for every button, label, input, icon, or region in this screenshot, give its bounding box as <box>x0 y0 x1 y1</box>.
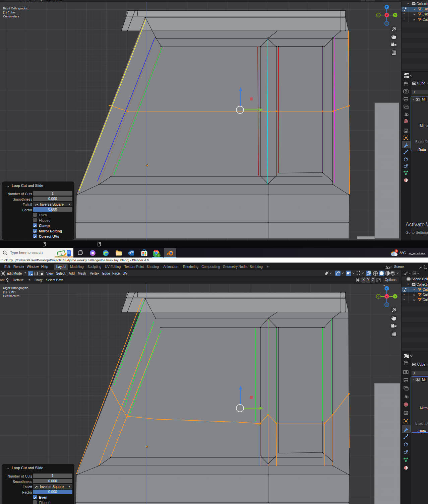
svg-text:Centimeters: Centimeters <box>3 294 19 298</box>
svg-text:Y: Y <box>394 14 396 17</box>
svg-text:Centimeters: Centimeters <box>3 15 19 18</box>
svg-text:Z: Z <box>386 287 388 290</box>
svg-text:Z: Z <box>386 6 388 9</box>
svg-text:(1) Cube: (1) Cube <box>3 11 15 14</box>
svg-text:b: b <box>158 254 159 257</box>
svg-text:1: 1 <box>395 249 397 253</box>
svg-text:Right Orthographic: Right Orthographic <box>3 286 28 290</box>
svg-text:X: X <box>386 14 388 17</box>
svg-text:(1) Cube: (1) Cube <box>3 290 15 294</box>
svg-text:Right Orthographic: Right Orthographic <box>3 7 28 10</box>
svg-text:Y: Y <box>394 295 396 298</box>
svg-text:X: X <box>386 295 388 298</box>
